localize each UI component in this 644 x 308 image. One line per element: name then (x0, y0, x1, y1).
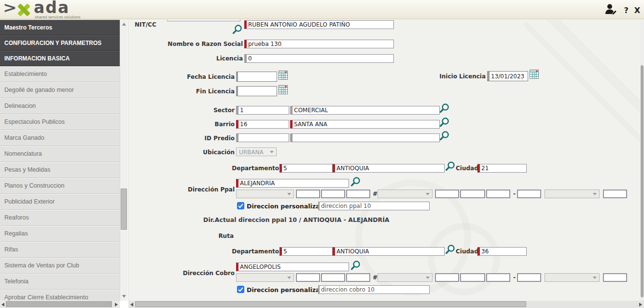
sidebar-vertical-scrollbar[interactable] (120, 20, 127, 301)
sidebar-item-publicidad[interactable]: Publicidad Exterior (0, 194, 120, 210)
sidebar-hscroll-thumb[interactable] (6, 301, 112, 307)
cobro-departamento-search-icon[interactable] (445, 244, 455, 255)
sidebar-item-nomenclatura[interactable]: Nomenclatura (0, 146, 120, 162)
ppal-departamento-search-icon[interactable] (445, 161, 455, 172)
sidebar-item-aprobar-cierre[interactable]: Aprobar Cierre Establecimiento (0, 290, 120, 301)
main-hscroll-thumb[interactable] (135, 301, 526, 307)
cobro-addr-num6-input[interactable] (486, 273, 510, 282)
sidebar-section-informacion-basica[interactable]: INFORMACION BASICA (0, 51, 120, 66)
cobro-personalizada-checkbox[interactable] (237, 286, 244, 293)
fecha-licencia-input[interactable] (236, 72, 277, 82)
header-actions: ? X (604, 3, 640, 17)
id-predio-code-input[interactable] (236, 133, 289, 142)
direccion-ppal-input[interactable] (236, 179, 349, 188)
fecha-licencia-calendar-icon[interactable] (279, 71, 288, 80)
barrio-search-icon[interactable] (439, 117, 449, 128)
cobro-ciudad-input[interactable] (477, 247, 527, 256)
sidebar-item-rifas[interactable]: Rifas (0, 242, 120, 258)
cobro-via-select[interactable] (236, 273, 294, 282)
fin-licencia-calendar-icon[interactable] (279, 85, 288, 94)
sidebar-section-configuracion[interactable]: CONFIGURACION Y PARAMETROS (0, 35, 120, 51)
user-edit-icon[interactable] (604, 3, 618, 17)
top-header-bar: > ada shared services solutions ? X (0, 0, 644, 19)
ppal-addr-num4-input[interactable] (435, 190, 459, 198)
scroll-up-icon[interactable] (122, 23, 126, 26)
cobro-departamento-name-input[interactable] (333, 247, 445, 256)
direccion-ppal-search-icon[interactable] (350, 176, 361, 187)
main-scroll-thumb[interactable] (641, 65, 644, 297)
cobro-addr-num5-input[interactable] (460, 273, 485, 282)
ppal-letra-select[interactable] (378, 190, 433, 198)
sidebar-item-degolle[interactable]: Degollé de ganado menor (0, 82, 120, 98)
cobro-personalizada-input[interactable] (318, 285, 430, 294)
ppal-ciudad-input[interactable] (477, 164, 527, 173)
main-horizontal-scrollbar[interactable] (128, 301, 644, 308)
licencia-input[interactable] (244, 54, 394, 63)
cobro-departamento-code-input[interactable] (280, 247, 333, 256)
sidebar-section-maestro-terceros[interactable]: Maestro Terceros (0, 20, 120, 35)
cobro-addr-num4-input[interactable] (435, 273, 459, 282)
inicio-licencia-input[interactable] (487, 71, 528, 81)
sidebar-item-establecimiento[interactable]: Establecimiento (0, 66, 120, 82)
ppal-addr-num6-input[interactable] (486, 190, 510, 198)
sidebar-item-telefonia[interactable]: Telefonia (0, 274, 120, 290)
ppal-via-select[interactable] (236, 190, 294, 198)
razon-social-input[interactable] (244, 40, 394, 48)
scroll-right-icon[interactable] (115, 303, 118, 307)
scroll-left-icon[interactable] (1, 303, 4, 307)
sector-code-input[interactable] (236, 106, 289, 115)
cobro-addr-num2-input[interactable] (321, 273, 345, 282)
sidebar-item-regalias[interactable]: Regalias (0, 226, 120, 242)
cobro-addr-num7-input[interactable] (517, 273, 541, 282)
ppal-addr-num7-input[interactable] (517, 190, 541, 198)
sidebar-item-marca-ganado[interactable]: Marca Ganado (0, 130, 120, 146)
sidebar-menu: Maestro Terceros CONFIGURACION Y PARAMET… (0, 20, 120, 301)
sector-search-icon[interactable] (439, 103, 449, 114)
hash-literal: # (373, 191, 378, 197)
cobro-addr-num1-input[interactable] (296, 273, 320, 282)
ppal-addr-num5-input[interactable] (460, 190, 485, 198)
close-icon[interactable]: X (634, 6, 640, 15)
direccion-cobro-search-icon[interactable] (350, 260, 361, 271)
inicio-licencia-calendar-icon[interactable] (530, 70, 539, 79)
scroll-left-icon[interactable] (130, 303, 133, 307)
id-predio-search-icon[interactable] (439, 131, 449, 141)
sidebar-item-espectaculos[interactable]: Espectaculos Publicos (0, 114, 120, 130)
nit-input[interactable] (167, 20, 240, 21)
cobro-complemento-select[interactable] (545, 273, 600, 282)
cobro-ciudad-label: Ciudad (456, 248, 478, 255)
sector-name-input[interactable] (290, 106, 440, 115)
ppal-departamento-name-input[interactable] (333, 164, 445, 173)
main-vertical-scrollbar[interactable] (640, 20, 644, 301)
nit-search-icon[interactable] (232, 24, 242, 35)
sidebar-horizontal-scrollbar[interactable] (0, 301, 120, 308)
ppal-addr-num8-input[interactable] (603, 190, 627, 198)
id-predio-label: ID Predio (128, 135, 235, 142)
sidebar-item-pesas-medidas[interactable]: Pesas y Medidas (0, 162, 120, 178)
nit-name-input[interactable] (244, 20, 394, 29)
ubicacion-select[interactable]: URBANA (236, 147, 277, 156)
ppal-personalizada-checkbox[interactable] (237, 202, 244, 209)
ppal-departamento-code-input[interactable] (280, 164, 333, 173)
scroll-down-icon[interactable] (122, 295, 126, 298)
barrio-code-input[interactable] (236, 120, 289, 129)
direccion-cobro-input[interactable] (236, 263, 349, 271)
sidebar-scroll-thumb[interactable] (121, 189, 127, 230)
ppal-personalizada-input[interactable] (318, 202, 430, 210)
barrio-name-input[interactable] (290, 120, 440, 129)
help-icon[interactable]: ? (624, 6, 628, 15)
ppal-addr-num2-input[interactable] (321, 190, 345, 198)
sidebar-item-planos[interactable]: Planos y Construccion (0, 178, 120, 194)
cobro-letra-select[interactable] (378, 273, 433, 282)
ppal-addr-num1-input[interactable] (296, 190, 320, 198)
fin-licencia-input[interactable] (236, 86, 277, 96)
ppal-complemento-select[interactable] (545, 190, 600, 198)
sidebar-item-reaforos[interactable]: Reaforos (0, 210, 120, 226)
sidebar-item-ventas-club[interactable]: Sistema de Ventas por Club (0, 258, 120, 274)
scroll-right-icon[interactable] (639, 303, 642, 307)
id-predio-name-input[interactable] (290, 133, 440, 142)
cobro-addr-num3-input[interactable] (346, 273, 370, 282)
cobro-addr-num8-input[interactable] (603, 273, 627, 282)
ppal-addr-num3-input[interactable] (346, 190, 370, 198)
sidebar-item-delineacion[interactable]: Delineacion (0, 98, 120, 114)
